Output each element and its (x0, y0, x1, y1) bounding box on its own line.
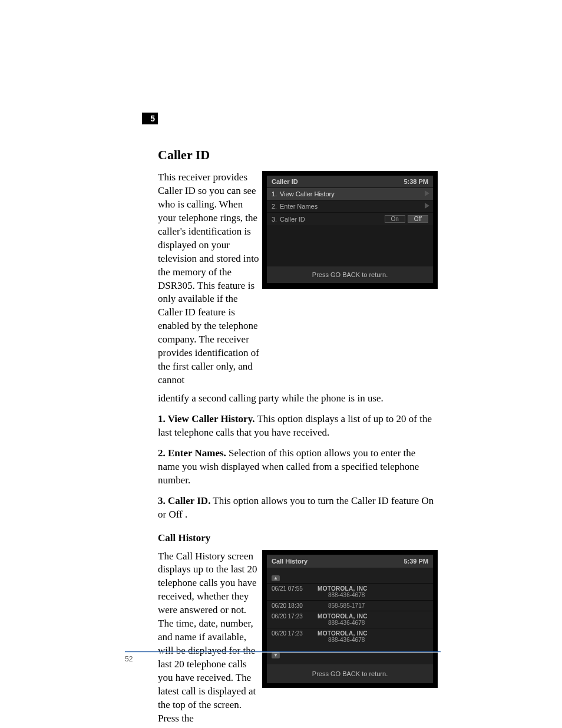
call-history-row[interactable]: 06/20 17:23MOTOROLA, INC888-436-4678 (267, 611, 433, 628)
osd-footer: Press GO BACK to return. (267, 664, 433, 683)
call-history-row[interactable]: 06/20 18:30858-585-1717 (267, 600, 433, 611)
footer-rule (125, 651, 441, 653)
page-number: 52 (125, 655, 441, 663)
osd-clock: 5:38 PM (404, 178, 428, 185)
chapter-number: 5 (142, 113, 158, 124)
page-footer: 52 (125, 651, 441, 663)
osd-clock: 5:39 PM (404, 558, 428, 565)
menu-caller-id-toggle[interactable]: 3.Caller ID On Off (267, 212, 433, 225)
intro-paragraph-b: identify a second calling party while th… (158, 392, 438, 406)
heading-caller-id: Caller ID (158, 147, 438, 163)
option-3: 3. Caller ID. This option allows you to … (158, 495, 438, 522)
option-off[interactable]: Off (408, 215, 428, 223)
figure-caller-id-menu: Caller ID 5:38 PM 1.View Caller History … (262, 171, 438, 289)
option-1: 1. View Caller History. This option disp… (158, 413, 438, 440)
page-body: Caller ID This receiver provides Caller … (158, 111, 438, 728)
option-2: 2. Enter Names. Selection of this option… (158, 447, 438, 487)
menu-view-caller-history[interactable]: 1.View Caller History (267, 187, 433, 200)
history-paragraph-a: The Call History screen displays up to t… (158, 550, 261, 726)
chevron-right-icon (425, 203, 429, 209)
osd-footer: Press GO BACK to return. (267, 266, 433, 283)
chevron-right-icon (425, 190, 429, 196)
call-history-row[interactable]: 06/20 17:23MOTOROLA, INC888-436-4678 (267, 628, 433, 645)
osd-title: Caller ID (272, 178, 298, 185)
scroll-up-button[interactable]: ▲ (272, 575, 280, 581)
intro-paragraph-a: This receiver provides Caller ID so you … (158, 171, 261, 387)
chapter-tab: 5 (141, 112, 158, 126)
call-history-row[interactable]: 06/21 07:55MOTOROLA, INC888-436-4678 (267, 583, 433, 600)
figure-call-history: Call History 5:39 PM ▲ 06/21 07:55MOTORO… (262, 550, 438, 689)
osd-title: Call History (272, 558, 308, 565)
heading-call-history: Call History (158, 532, 438, 544)
menu-enter-names[interactable]: 2.Enter Names (267, 200, 433, 212)
option-on[interactable]: On (385, 215, 405, 223)
